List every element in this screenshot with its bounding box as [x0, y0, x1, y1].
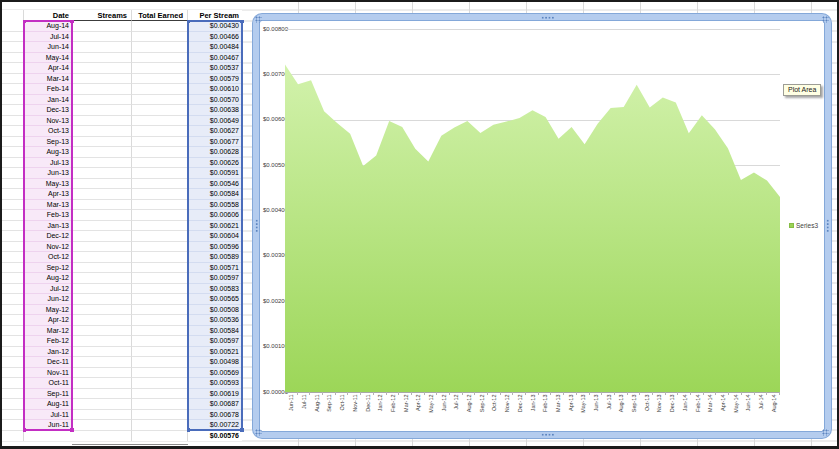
total-earned-cell[interactable]: [132, 137, 188, 148]
streams-cell[interactable]: [72, 221, 132, 232]
total-earned-cell[interactable]: [132, 389, 188, 400]
empty-cell[interactable]: [24, 431, 72, 442]
empty-cell[interactable]: [2, 431, 24, 442]
chart-resize-handle-right[interactable]: [826, 219, 830, 233]
total-earned-cell[interactable]: [132, 126, 188, 137]
selection-handle[interactable]: [70, 20, 74, 24]
total-earned-cell[interactable]: [132, 336, 188, 347]
total-earned-cell[interactable]: [132, 221, 188, 232]
streams-cell[interactable]: [72, 410, 132, 421]
total-earned-cell[interactable]: [132, 347, 188, 358]
empty-cell[interactable]: [2, 53, 24, 64]
total-earned-cell[interactable]: [132, 116, 188, 127]
empty-cell[interactable]: [2, 21, 24, 32]
empty-cell[interactable]: [2, 63, 24, 74]
empty-cell[interactable]: [2, 410, 24, 421]
streams-cell[interactable]: [72, 42, 132, 53]
empty-cell[interactable]: [2, 315, 24, 326]
streams-cell[interactable]: [72, 84, 132, 95]
empty-cell[interactable]: [2, 74, 24, 85]
empty-cell[interactable]: [2, 284, 24, 295]
total-earned-cell[interactable]: [132, 63, 188, 74]
streams-cell[interactable]: [72, 284, 132, 295]
empty-cell[interactable]: [2, 84, 24, 95]
streams-cell[interactable]: [72, 273, 132, 284]
streams-cell[interactable]: [72, 315, 132, 326]
streams-cell[interactable]: [72, 74, 132, 85]
empty-cell[interactable]: [2, 126, 24, 137]
streams-cell[interactable]: [72, 336, 132, 347]
total-earned-cell[interactable]: [132, 158, 188, 169]
empty-cell[interactable]: [2, 399, 24, 410]
empty-cell[interactable]: [2, 32, 24, 43]
total-earned-cell[interactable]: [132, 231, 188, 242]
streams-cell[interactable]: [72, 95, 132, 106]
empty-cell[interactable]: [2, 347, 24, 358]
streams-cell[interactable]: [72, 357, 132, 368]
selection-handle[interactable]: [70, 428, 74, 432]
selection-handle[interactable]: [23, 20, 27, 24]
empty-cell[interactable]: [2, 326, 24, 337]
empty-cell[interactable]: [2, 95, 24, 106]
plot-area[interactable]: [285, 29, 780, 392]
empty-cell[interactable]: [2, 389, 24, 400]
empty-cell[interactable]: [2, 179, 24, 190]
total-earned-cell[interactable]: [132, 74, 188, 85]
empty-cell[interactable]: [2, 263, 24, 274]
streams-cell[interactable]: [72, 168, 132, 179]
total-earned-cell[interactable]: [132, 95, 188, 106]
chart-resize-handle-topright[interactable]: [822, 16, 829, 23]
streams-cell[interactable]: [72, 252, 132, 263]
date-range-selection[interactable]: [23, 20, 73, 431]
total-earned-cell[interactable]: [132, 368, 188, 379]
total-earned-cell[interactable]: [132, 305, 188, 316]
streams-cell[interactable]: [72, 53, 132, 64]
streams-cell[interactable]: [72, 200, 132, 211]
streams-cell[interactable]: [72, 389, 132, 400]
empty-cell[interactable]: [2, 305, 24, 316]
streams-cell[interactable]: [72, 105, 132, 116]
empty-cell[interactable]: [2, 168, 24, 179]
streams-cell[interactable]: [72, 231, 132, 242]
chart-resize-handle-bottom[interactable]: [541, 433, 555, 437]
selection-handle[interactable]: [240, 428, 244, 432]
streams-cell[interactable]: [72, 189, 132, 200]
empty-cell[interactable]: [2, 200, 24, 211]
total-earned-cell[interactable]: [132, 21, 188, 32]
selection-handle[interactable]: [23, 428, 27, 432]
total-earned-cell[interactable]: [132, 168, 188, 179]
area-series[interactable]: [285, 64, 780, 392]
chart-resize-handle-left[interactable]: [255, 219, 259, 233]
corner-spacer-cell[interactable]: [2, 10, 24, 21]
streams-cell[interactable]: [72, 242, 132, 253]
total-earned-cell[interactable]: [132, 399, 188, 410]
streams-cell[interactable]: [72, 21, 132, 32]
total-earned-cell[interactable]: [132, 189, 188, 200]
empty-cell[interactable]: [2, 116, 24, 127]
streams-cell[interactable]: [72, 263, 132, 274]
streams-cell[interactable]: [72, 137, 132, 148]
empty-cell[interactable]: [2, 242, 24, 253]
selection-handle[interactable]: [240, 20, 244, 24]
total-earned-cell[interactable]: [132, 357, 188, 368]
chart-legend[interactable]: Series3: [789, 222, 818, 229]
streams-cell[interactable]: [72, 32, 132, 43]
empty-cell[interactable]: [2, 368, 24, 379]
total-earned-cell[interactable]: [132, 378, 188, 389]
header-streams[interactable]: Streams: [72, 10, 132, 21]
total-earned-cell[interactable]: [132, 42, 188, 53]
streams-cell[interactable]: [72, 210, 132, 221]
total-earned-cell[interactable]: [132, 200, 188, 211]
empty-cell[interactable]: [2, 105, 24, 116]
total-earned-cell[interactable]: [132, 252, 188, 263]
streams-cell[interactable]: [72, 63, 132, 74]
streams-cell[interactable]: [72, 158, 132, 169]
chart-object[interactable]: $0.00800$0.00700$0.00600$0.00500$0.00400…: [253, 14, 831, 438]
chart-area[interactable]: $0.00800$0.00700$0.00600$0.00500$0.00400…: [259, 20, 825, 432]
empty-cell[interactable]: [72, 431, 132, 442]
streams-cell[interactable]: [72, 126, 132, 137]
total-earned-cell[interactable]: [132, 210, 188, 221]
streams-cell[interactable]: [72, 420, 132, 431]
total-earned-cell[interactable]: [132, 315, 188, 326]
empty-cell[interactable]: [2, 420, 24, 431]
